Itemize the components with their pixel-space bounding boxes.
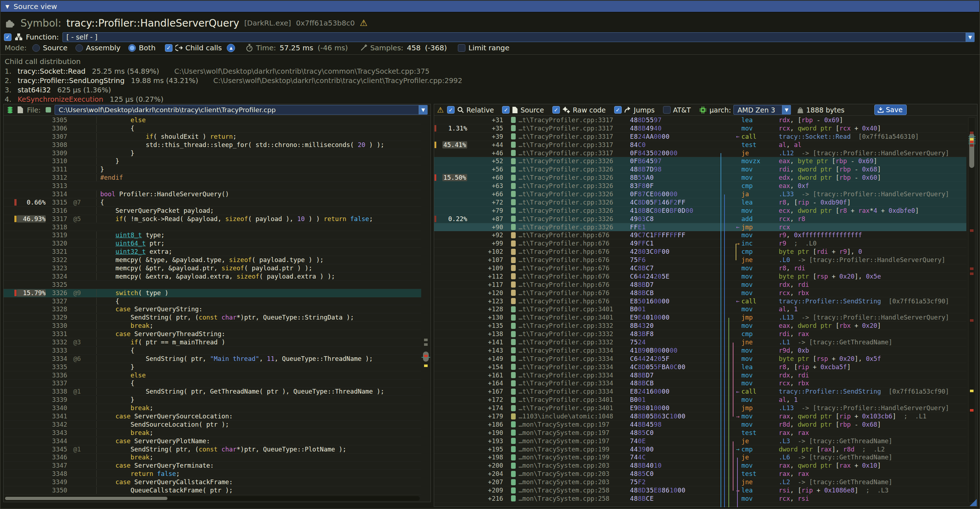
row-source-location[interactable]: …mon\TracySystem.cpp:258 [519,495,616,502]
row-source-location[interactable]: …t\TracyProfiler.cpp:3332 [519,339,616,346]
row-source-location[interactable]: …t\TracyProfiler.cpp:3326 [519,207,616,214]
asm-row[interactable]: +52…t\TracyProfiler.cpp:33260FB64597movz… [434,157,966,165]
radio-assembly[interactable] [75,44,83,52]
source-horizontal-scrollbar[interactable] [4,496,420,501]
row-source-location[interactable]: …mon\TracySystem.cpp:203 [519,479,616,486]
source-line[interactable]: 3316 ServerQueryPacket payload; [3,207,421,215]
asm-row[interactable]: +200…mon\TracySystem.cpp:203488B4010movr… [434,461,966,470]
row-source-location[interactable]: …t\TracyProfiler.cpp:3334 [519,380,616,387]
source-line[interactable]: 3334@6 SendString( ptr, "Main thread", 1… [3,355,421,363]
asm-row[interactable]: +90…t\TracyProfiler.cpp:3326FFE1←jmprcx [434,223,966,232]
radio-source-label[interactable]: Source [43,43,68,52]
child-calls-checkbox[interactable]: ✓ [165,44,172,52]
source-toggle-label[interactable]: Source [520,106,544,114]
source-line[interactable]: 3347 case ServerQueryTerminate: [3,461,421,470]
asm-row[interactable]: +143…t\TracyProfiler.cpp:333441B90B00000… [434,347,966,355]
source-line[interactable]: 3309 } [3,149,421,157]
source-line[interactable]: 3338@1 SendString( ptr, GetThreadName( p… [3,388,421,396]
save-button[interactable]: Save [874,105,907,115]
limit-range-checkbox[interactable]: ✓ [458,44,465,52]
asm-row[interactable]: +39…t\TracyProfiler.cpp:3317E824AA0000←c… [434,133,966,141]
row-source-location[interactable]: …mon\TracySystem.cpp:199 [519,446,616,453]
row-source-location[interactable]: …t\TracyProfiler.cpp:3401 [519,404,616,412]
child-call-entry[interactable]: 2.tracy::Profiler::SendLongString19.88 m… [5,76,975,86]
row-source-location[interactable]: …t\TracyProfiler.hpp:676 [519,289,616,297]
asm-row[interactable]: +161…t\TracyProfiler.cpp:3334488BD7movrd… [434,371,966,380]
assembly-vertical-scrollbar[interactable] [968,117,975,503]
row-source-location[interactable]: …mon\TracySystem.cpp:199 [519,453,616,461]
source-line[interactable]: 3318 [3,223,421,232]
row-source-location[interactable]: …1103\include\atomic:1048 [519,413,616,420]
asm-row[interactable]: +172…t\TracyProfiler.cpp:3401B001moval, … [434,396,966,404]
asm-row[interactable]: +123…t\TracyProfiler.hpp:676E850160000←c… [434,297,966,305]
asm-row[interactable]: +154…t\TracyProfiler.cpp:33344C8D055FBA0… [434,363,966,371]
row-source-location[interactable]: …t\TracyProfiler.cpp:3317 [519,116,616,124]
att-checkbox[interactable]: ✓ [663,106,671,114]
source-line[interactable]: 3311} [3,165,421,173]
relative-checkbox[interactable]: ✓ [447,106,455,114]
raw-code-label[interactable]: Raw code [573,106,606,114]
row-source-location[interactable]: …t\TracyProfiler.cpp:3326 [519,157,616,165]
source-line[interactable]: 46.93%3317@5 if( !m_sock->Read( &payload… [3,215,421,223]
asm-row[interactable]: +207…mon\TracySystem.cpp:20375F2jne.L2 -… [434,478,966,486]
source-line[interactable]: 3308 std::this_thread::sleep_for( std::c… [3,141,421,149]
radio-both[interactable] [128,44,136,52]
scrollbar-thumb[interactable] [5,497,167,500]
asm-row[interactable]: +128…t\TracyProfiler.cpp:3401B001moval, … [434,305,966,313]
source-line[interactable]: 3336 else [3,371,421,380]
asm-row[interactable]: +72…t\TracyProfiler.cpp:33264C8D05F146F2… [434,199,966,207]
collapse-up-button[interactable]: ▲ [227,44,235,52]
asm-row[interactable]: +46…t\TracyProfiler.cpp:33170F8435020000… [434,149,966,157]
source-line[interactable]: 3312#endif [3,173,421,182]
asm-row[interactable]: +135…t\TracyProfiler.cpp:33328B4320movea… [434,322,966,330]
jumps-checkbox[interactable]: ✓ [614,106,622,114]
row-source-location[interactable]: …t\TracyProfiler.cpp:3326 [519,182,616,189]
asm-row[interactable]: 45.41%+44…t\TracyProfiler.cpp:331784C0te… [434,141,966,149]
row-source-location[interactable]: …t\TracyProfiler.cpp:3326 [519,174,616,181]
child-calls-label[interactable]: Child calls [185,43,222,52]
source-line[interactable]: 3328 case ServerQueryString: [3,305,421,313]
uarch-dropdown[interactable]: AMD Zen 3 ▼ [733,105,791,115]
title-bar[interactable]: ▼ Source view [1,1,979,13]
asm-row[interactable]: +79…t\TracyProfiler.cpp:3326418B8C80E0BF… [434,207,966,215]
row-source-location[interactable]: …t\TracyProfiler.cpp:3317 [519,125,616,132]
function-checkbox[interactable]: ✓ [4,33,11,41]
child-call-entry[interactable]: 1.tracy::Socket::Read25.25 ms (54.89%)C:… [5,67,975,76]
source-line[interactable]: 3319 uint8_t type; [3,231,421,239]
asm-row[interactable]: +92…t\TracyProfiler.hpp:67649C7C1FFFFFFF… [434,231,966,239]
source-line[interactable]: 3327 { [3,297,421,305]
asm-row[interactable]: +107…t\TracyProfiler.hpp:67675F6jne.L0 -… [434,256,966,264]
resize-grip[interactable] [970,499,977,506]
row-source-location[interactable]: …t\TracyProfiler.cpp:3334 [519,355,616,362]
raw-code-checkbox[interactable]: ✓ [552,106,560,114]
row-source-location[interactable]: …t\TracyProfiler.hpp:676 [519,297,616,305]
source-line[interactable]: 15.79%3326@9 switch( type ) [3,289,421,297]
source-line[interactable]: 3342 SendSourceLocation( ptr ); [3,421,421,429]
asm-row[interactable]: +66…t\TracyProfiler.cpp:33260F87CE060000… [434,190,966,199]
row-source-location[interactable]: …t\TracyProfiler.cpp:3317 [519,141,616,148]
asm-row[interactable]: +193…mon\TracySystem.cpp:197740Eje.L3 ->… [434,437,966,445]
asm-row[interactable]: +209…mon\TracySystem.cpp:258488D35E88610… [434,486,966,495]
asm-row[interactable]: +130…t\TracyProfiler.cpp:3401E9E4010000j… [434,313,966,322]
source-line[interactable]: 3343 break; [3,429,421,437]
asm-row[interactable]: +109…t\TracyProfiler.hpp:6764C8BC7movr8,… [434,264,966,272]
source-line[interactable]: 3349 case ServerQueryCallstackFrame: [3,478,421,486]
row-source-location[interactable]: …t\TracyProfiler.hpp:676 [519,256,616,264]
row-source-location[interactable]: …t\TracyProfiler.hpp:676 [519,273,616,280]
row-source-location[interactable]: …t\TracyProfiler.cpp:3401 [519,314,616,321]
radio-assembly-label[interactable]: Assembly [86,43,120,52]
asm-row[interactable]: +102…t\TracyProfiler.hpp:67642803C0F00cm… [434,248,966,256]
source-vertical-scrollbar[interactable] [423,117,429,494]
source-line[interactable]: 3341 case ServerQuerySourceLocation: [3,412,421,421]
row-source-location[interactable]: …t\TracyProfiler.cpp:3326 [519,199,616,206]
row-source-location[interactable]: …t\TracyProfiler.cpp:3332 [519,330,616,337]
jumps-label[interactable]: Jumps [634,106,655,114]
asm-row[interactable]: 0.22%+87…t\TracyProfiler.cpp:33264903C8a… [434,215,966,223]
asm-row[interactable]: +120…t\TracyProfiler.hpp:676488BCBmovrcx… [434,289,966,297]
source-line[interactable]: 3330 break; [3,322,421,330]
chevron-down-icon[interactable]: ▼ [418,105,427,114]
asm-row[interactable]: +63…t\TracyProfiler.cpp:332683F80Fcmpeax… [434,182,966,190]
source-line[interactable]: 3325 [3,281,421,289]
asm-row[interactable]: +141…t\TracyProfiler.cpp:33327524jne.L1 … [434,338,966,347]
asm-row[interactable]: +167…t\TracyProfiler.cpp:3334E824160000←… [434,388,966,396]
